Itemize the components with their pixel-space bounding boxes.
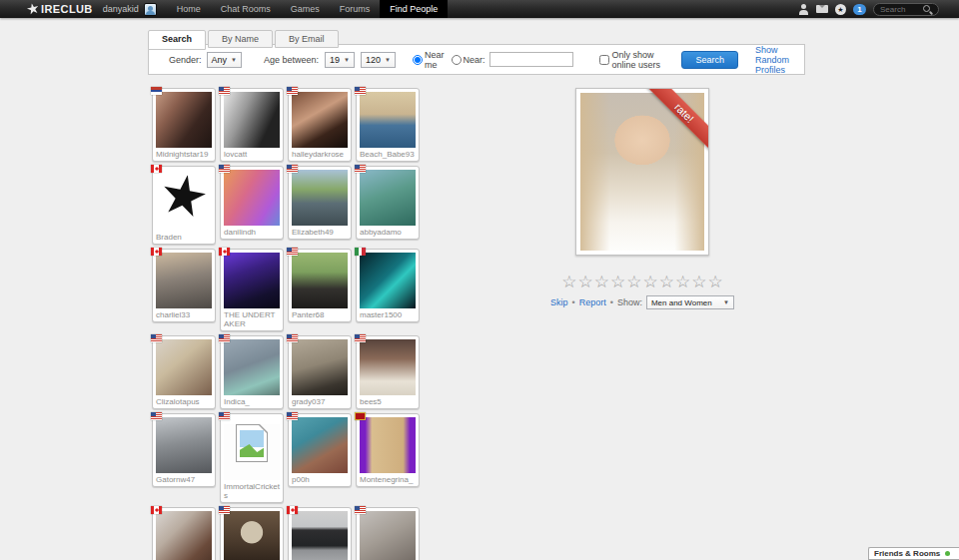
star-icon-6[interactable]: ☆: [643, 272, 658, 291]
profile-card-charliel33[interactable]: charliel33: [152, 249, 216, 322]
profile-card-braden[interactable]: Braden: [152, 166, 216, 245]
online-only-checkbox[interactable]: [599, 55, 609, 65]
profile-username: Midnightstar19: [156, 150, 212, 159]
tab-search[interactable]: Search: [148, 30, 206, 50]
profile-card-indica[interactable]: Indica_: [220, 335, 284, 409]
flag-canton: [219, 334, 224, 338]
star-icon-8[interactable]: ☆: [675, 272, 690, 291]
profile-card-master1500[interactable]: master1500: [356, 249, 420, 322]
profile-card-danilindh[interactable]: danilindh: [220, 166, 284, 240]
flag-canton: [355, 334, 360, 338]
profile-card-the-undertaker[interactable]: THE UNDERTAKER: [220, 249, 284, 331]
near-label[interactable]: Near:: [464, 55, 485, 65]
star-icon-9[interactable]: ☆: [691, 272, 706, 291]
rate-photo-frame[interactable]: rate!: [575, 88, 709, 256]
nav-forums[interactable]: Forums: [330, 0, 381, 18]
flag-icon-me: [355, 412, 366, 420]
flag-canton: [355, 87, 360, 91]
profile-card-elizabeth49[interactable]: Elizabeth49: [288, 166, 352, 240]
friends-rooms-bar[interactable]: Friends & Rooms: [868, 547, 959, 560]
flag-icon-us: [151, 334, 162, 342]
profile-photo: [156, 92, 212, 148]
profile-card-mister-alien[interactable]: Mister_Alien: [220, 507, 284, 560]
show-random-profiles-link[interactable]: Show Random Profiles: [755, 45, 804, 75]
near-me-label[interactable]: Near me: [425, 50, 445, 70]
near-radio[interactable]: [452, 55, 462, 65]
search-button[interactable]: Search: [681, 51, 738, 69]
flag-canton: [287, 248, 292, 252]
wireclub-coin-icon[interactable]: ★: [835, 4, 846, 15]
profile-card-grady037[interactable]: grady037: [288, 335, 352, 409]
flag-canton: [287, 87, 292, 91]
nav-home[interactable]: Home: [167, 0, 211, 18]
profile-card-bees5[interactable]: bees5: [356, 335, 420, 409]
nav-games[interactable]: Games: [281, 0, 330, 18]
mail-icon[interactable]: [816, 5, 828, 13]
profile-username: p00h: [292, 475, 348, 484]
profile-photo: [292, 511, 348, 560]
profile-card-brandioxx[interactable]: Brandioxx: [152, 507, 216, 560]
profile-card-clizalotapus[interactable]: Clizalotapus: [152, 335, 216, 409]
flag-icon-us: [151, 412, 162, 420]
maple-leaf-icon: [154, 167, 158, 171]
show-gender-select[interactable]: Men and Women▼: [646, 295, 734, 309]
age-max-select[interactable]: 120▼: [361, 52, 396, 68]
profile-card-maddick-enya[interactable]: Maddick Enya: [288, 507, 352, 560]
nav-find-people[interactable]: Find People: [380, 0, 448, 18]
flag-icon-ca: [151, 506, 162, 514]
profile-username: lovcatt: [224, 150, 280, 159]
tab-by-name[interactable]: By Name: [208, 30, 273, 48]
friends-rooms-label: Friends & Rooms: [874, 549, 940, 558]
user-avatar[interactable]: [144, 3, 157, 16]
profile-card-abbyadamo[interactable]: abbyadamo: [356, 166, 420, 240]
skip-link[interactable]: Skip: [550, 297, 568, 307]
online-status-icon: [945, 551, 950, 556]
profile-grid: Midnightstar19lovcatthalleydarkroseBeach…: [152, 88, 428, 560]
header-search-box[interactable]: [873, 3, 939, 16]
star-icon-1[interactable]: ☆: [561, 272, 576, 291]
profile-icon[interactable]: [798, 4, 809, 15]
flag-canton: [219, 412, 224, 416]
profile-card-lovcatt[interactable]: lovcatt: [220, 88, 284, 162]
flag-icon-us: [219, 165, 230, 173]
star-icon-2[interactable]: ☆: [578, 272, 593, 291]
near-me-radio[interactable]: [413, 55, 423, 65]
current-username[interactable]: danyakid: [103, 4, 139, 14]
wireclub-logo[interactable]: IRECLUB: [27, 3, 93, 15]
flag-icon-rs: [151, 87, 162, 95]
star-icon-5[interactable]: ☆: [626, 272, 641, 291]
tab-by-email[interactable]: By Email: [275, 30, 339, 48]
profile-card-gatornw47[interactable]: Gatornw47: [152, 413, 216, 487]
profile-card-halleydarkrose[interactable]: halleydarkrose: [288, 88, 352, 162]
search-icon[interactable]: [923, 5, 932, 14]
flag-icon-us: [219, 334, 230, 342]
profile-card-montenegrina[interactable]: Montenegrina_: [356, 413, 420, 487]
nav-chat-rooms[interactable]: Chat Rooms: [211, 0, 281, 18]
star-icon-10[interactable]: ☆: [708, 272, 723, 291]
profile-photo: [360, 92, 416, 148]
profile-card-beach-babe93[interactable]: Beach_Babe93: [356, 88, 420, 162]
flag-canton: [355, 506, 360, 510]
broken-image-icon: [236, 424, 268, 462]
star-icon-3[interactable]: ☆: [594, 272, 609, 291]
profile-card-p00h[interactable]: p00h: [288, 413, 352, 487]
profile-card-immortalcrickets[interactable]: ImmortalCrickets: [220, 413, 284, 503]
star-icon-7[interactable]: ☆: [659, 272, 674, 291]
wireclub-logo-text: IRECLUB: [41, 3, 93, 15]
gender-select[interactable]: Any▼: [207, 52, 242, 68]
near-location-input[interactable]: [489, 52, 573, 67]
top-navbar: IRECLUB danyakid HomeChat RoomsGamesForu…: [0, 0, 959, 18]
maple-leaf-icon: [290, 508, 294, 512]
flag-icon-us: [355, 165, 366, 173]
header-search-input[interactable]: [880, 5, 922, 14]
age-min-select[interactable]: 19▼: [325, 52, 355, 68]
profile-photo: [292, 170, 348, 226]
star-icon-4[interactable]: ☆: [610, 272, 625, 291]
profile-card-midnightstar19[interactable]: Midnightstar19: [152, 88, 216, 162]
profile-card-averyhappywoma[interactable]: averyhappywoma: [356, 507, 420, 560]
profile-card-panter68[interactable]: Panter68: [288, 249, 352, 322]
report-link[interactable]: Report: [579, 297, 606, 307]
notification-badge[interactable]: 1: [853, 4, 866, 15]
profile-photo: [292, 417, 348, 473]
online-only-label[interactable]: Only show online users: [612, 50, 662, 70]
